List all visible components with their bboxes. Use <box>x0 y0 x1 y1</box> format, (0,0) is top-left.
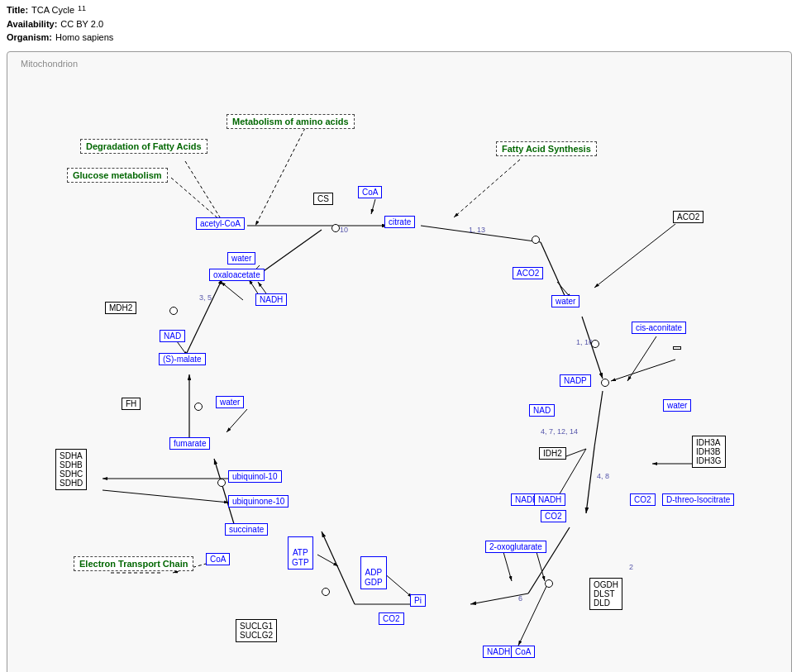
sdhd-label[interactable]: SDHD <box>60 479 83 488</box>
glucose-metabolism-box[interactable]: Glucose metabolism <box>67 168 168 183</box>
s-malate-node[interactable]: (S)-malate <box>159 353 206 365</box>
svg-line-34 <box>317 555 338 566</box>
sdhb-label[interactable]: SDHB <box>60 460 83 469</box>
co2-1-node[interactable]: NADH <box>483 646 514 658</box>
svg-line-36 <box>537 552 545 581</box>
dld-label[interactable]: DLD <box>594 598 618 608</box>
svg-line-22 <box>185 161 224 224</box>
nad2-node[interactable]: 2-oxoglutarate <box>485 541 546 553</box>
coa2-node[interactable]: CoA <box>206 553 230 565</box>
ubiquinol-node[interactable]: ubiquinol-10 <box>228 470 282 483</box>
suclg2-label[interactable]: SUCLG2 <box>240 631 273 640</box>
circle-citrate-synthesis <box>331 224 340 232</box>
electron-transport-box[interactable]: Electron Transport Chain <box>74 556 193 571</box>
idh3g-label[interactable]: IDH3G <box>696 456 722 465</box>
circle-isocitrate <box>601 379 609 387</box>
cs-enzyme[interactable]: CS <box>313 193 333 205</box>
circle-fumarate-hydratase <box>194 403 203 411</box>
ogdh-label[interactable]: OGDH <box>594 580 618 589</box>
nadph-node[interactable]: NADH <box>534 493 565 506</box>
svg-line-12 <box>214 459 235 527</box>
num-1-16: 1, 16 <box>576 338 593 346</box>
header: Title: TCA Cycle 11 Availability: CC BY … <box>0 0 806 48</box>
svg-line-38 <box>518 581 549 646</box>
nadh3-node[interactable]: CO2 <box>630 493 656 506</box>
idh3a-label[interactable]: IDH3A <box>696 438 722 447</box>
d-threo-node[interactable]: NADP <box>560 374 591 387</box>
fumarate-node[interactable]: fumarate <box>169 437 210 450</box>
pi-node[interactable]: CO2 <box>379 612 404 625</box>
water1-node[interactable]: water <box>227 252 255 265</box>
svg-line-31 <box>611 360 675 381</box>
suclg1-label[interactable]: SUCLG1 <box>240 622 273 631</box>
num-2: 2 <box>629 563 633 571</box>
title-value: TCA Cycle <box>31 3 74 17</box>
amino-label: Metabolism of amino acids <box>232 117 349 126</box>
num-3-5: 3, 5 <box>199 293 212 302</box>
circle-succinate-2 <box>322 588 330 596</box>
svg-line-28 <box>221 282 243 300</box>
idh3b-label[interactable]: IDH3B <box>696 447 722 456</box>
co2-3-node[interactable]: D-threo-Isocitrate <box>662 493 734 506</box>
adp-gdp-node[interactable]: ADPGDP <box>360 556 387 589</box>
fatty-acid-label: Fatty Acid Synthesis <box>502 144 591 154</box>
nadh1-node[interactable]: NADH <box>255 293 287 306</box>
oxoglutarate-node[interactable]: CO2 <box>541 510 566 522</box>
num-6: 6 <box>518 594 522 603</box>
svg-line-14 <box>185 279 222 356</box>
svg-line-21 <box>371 199 375 214</box>
availability-value: CC BY 2.0 <box>60 17 103 31</box>
svg-line-37 <box>503 552 512 581</box>
degradation-label: Degradation of Fatty Acids <box>86 141 202 151</box>
svg-line-18 <box>627 336 656 381</box>
sdha-label[interactable]: SDHA <box>60 451 83 460</box>
idh3-group: IDH3A IDH3B IDH3G <box>692 436 726 468</box>
diagram-container: Mitochondrion <box>7 51 792 673</box>
mitochondrion-label: Mitochondrion <box>21 59 78 69</box>
citrate-node[interactable]: citrate <box>384 216 415 228</box>
num-1-13: 1, 13 <box>469 226 485 234</box>
ubiquinone-node[interactable]: ubiquinone-10 <box>228 495 289 508</box>
coa1-node[interactable]: CoA <box>358 186 382 198</box>
num-10: 10 <box>340 226 348 234</box>
succinate-node[interactable]: succinate <box>225 523 268 536</box>
organism-value: Homo sapiens <box>55 31 113 45</box>
cis-aconitate-node[interactable]: water <box>551 295 579 307</box>
water4-node[interactable]: ACO2 <box>513 267 543 279</box>
svg-line-7 <box>586 447 594 513</box>
oxaloacetate-node[interactable]: oxaloacetate <box>209 269 265 281</box>
aco2-2-node[interactable] <box>673 346 681 350</box>
dlst-label[interactable]: DLST <box>594 589 618 598</box>
mdh2-enzyme[interactable]: MDH2 <box>105 302 136 314</box>
aco2-1-node[interactable]: ACO2 <box>673 211 703 223</box>
sdh-group: SDHA SDHB SDHC SDHD <box>55 449 87 490</box>
circle-malate-dehydrogenase <box>169 307 178 315</box>
svg-line-42 <box>103 490 229 503</box>
water3-node[interactable]: cis-aconitate <box>632 322 686 334</box>
circle-succinate-1 <box>217 479 226 487</box>
svg-line-30 <box>594 224 675 288</box>
nadp-node[interactable]: NAD <box>529 404 555 417</box>
svg-line-35 <box>384 573 413 598</box>
acetyl-coa-node[interactable]: acetyl-CoA <box>196 217 245 230</box>
circle-oxoglutarate <box>545 579 553 588</box>
nadh2-node[interactable]: CoA <box>511 646 535 658</box>
degradation-fatty-acids-box[interactable]: Degradation of Fatty Acids <box>80 139 207 154</box>
fatty-acid-synthesis-box[interactable]: Fatty Acid Synthesis <box>496 141 597 156</box>
availability-label: Availability: <box>7 17 57 31</box>
amino-acids-box[interactable]: Metabolism of amino acids <box>227 114 355 129</box>
water2-node[interactable]: water <box>216 396 244 408</box>
svg-line-6 <box>594 391 603 447</box>
organism-label: Organism: <box>7 31 52 45</box>
nad3-node[interactable]: water <box>663 399 691 412</box>
electron-label: Electron Transport Chain <box>79 559 188 569</box>
nad1-node[interactable]: NAD <box>160 330 185 342</box>
svg-line-25 <box>454 160 520 217</box>
circle-aconitase-1 <box>532 236 540 244</box>
sdhc-label[interactable]: SDHC <box>60 469 83 479</box>
idh2-enzyme[interactable]: IDH2 <box>539 447 566 460</box>
atp-gtp-node[interactable]: ATPGTP <box>288 536 313 570</box>
fh-enzyme[interactable]: FH <box>122 398 141 410</box>
ogdh-group: OGDH DLST DLD <box>589 578 622 610</box>
succinyl-coa-node[interactable]: Pi <box>410 594 426 607</box>
